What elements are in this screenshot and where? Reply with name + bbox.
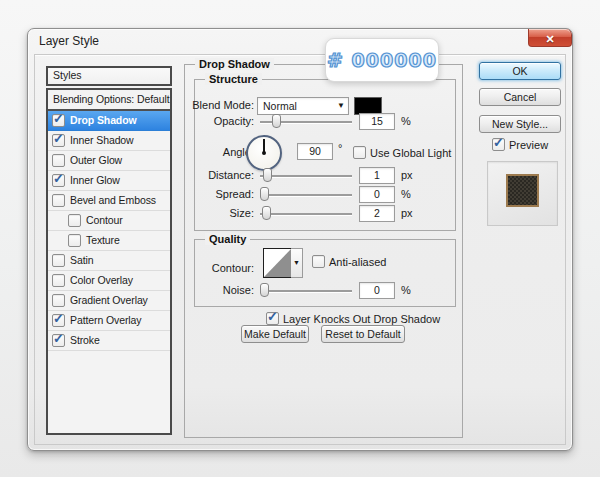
stroke-checkbox[interactable]: ✓	[52, 334, 65, 347]
sidebar-item-label: Satin	[70, 254, 93, 266]
size-slider-thumb[interactable]	[262, 206, 271, 220]
sidebar-item-label: Bevel and Emboss	[70, 194, 156, 206]
distance-unit: px	[401, 169, 413, 181]
sidebar-item-gradient-overlay[interactable]: ✓ Gradient Overlay	[48, 291, 170, 311]
spread-slider-thumb[interactable]	[260, 187, 269, 201]
spread-slider[interactable]	[260, 186, 352, 203]
size-slider[interactable]	[260, 205, 352, 222]
contour-label: Contour:	[174, 262, 254, 274]
sidebar-item-label: Drop Shadow	[70, 114, 137, 126]
structure-group-title: Structure	[205, 73, 262, 85]
chevron-down-icon: ▼	[293, 259, 300, 266]
distance-input[interactable]: 1	[359, 167, 395, 184]
hex-color-tooltip: # 000000	[325, 38, 439, 82]
close-button[interactable]: ✕	[528, 29, 572, 47]
slider-track	[260, 290, 352, 292]
sidebar-item-contour[interactable]: ✓ Contour	[48, 211, 170, 231]
check-icon: ✓	[53, 111, 64, 126]
noise-unit: %	[401, 284, 411, 296]
sidebar-item-bevel-and-emboss[interactable]: ✓ Bevel and Emboss	[48, 191, 170, 211]
noise-input[interactable]: 0	[359, 282, 395, 299]
sidebar-item-inner-glow[interactable]: ✓ Inner Glow	[48, 171, 170, 191]
window-title: Layer Style	[39, 34, 99, 48]
contour-checkbox[interactable]: ✓	[68, 214, 81, 227]
use-global-light-label: Use Global Light	[370, 147, 451, 159]
size-input[interactable]: 2	[359, 205, 395, 222]
angle-label: Angle:	[174, 146, 254, 158]
sidebar-item-label: Inner Glow	[70, 174, 120, 186]
layer-knocks-out-label: Layer Knocks Out Drop Shadow	[283, 313, 440, 325]
check-icon: ✓	[53, 331, 64, 346]
sidebar-item-pattern-overlay[interactable]: ✓ Pattern Overlay	[48, 311, 170, 331]
distance-slider-thumb[interactable]	[263, 168, 272, 182]
outer-glow-checkbox[interactable]: ✓	[52, 154, 65, 167]
noise-label: Noise:	[174, 284, 254, 296]
pattern-overlay-checkbox[interactable]: ✓	[52, 314, 65, 327]
drop-shadow-checkbox[interactable]: ✓	[52, 114, 65, 127]
reset-to-default-button[interactable]: Reset to Default	[321, 325, 405, 343]
bevel-emboss-checkbox[interactable]: ✓	[52, 194, 65, 207]
gradient-overlay-checkbox[interactable]: ✓	[52, 294, 65, 307]
opacity-input[interactable]: 15	[359, 113, 395, 130]
sidebar-item-inner-shadow[interactable]: ✓ Inner Shadow	[48, 131, 170, 151]
anti-aliased-checkbox[interactable]: ✓	[312, 255, 325, 268]
make-default-button[interactable]: Make Default	[241, 325, 309, 343]
sidebar-item-label: Color Overlay	[70, 274, 133, 286]
contour-thumbnail[interactable]	[263, 248, 292, 278]
sidebar-item-stroke[interactable]: ✓ Stroke	[48, 331, 170, 351]
size-label: Size:	[174, 207, 254, 219]
sidebar-item-label: Stroke	[70, 334, 100, 346]
inner-glow-checkbox[interactable]: ✓	[52, 174, 65, 187]
preview-pattern-swatch	[506, 174, 539, 207]
layer-knocks-out-checkbox[interactable]: ✓	[266, 312, 279, 325]
opacity-unit: %	[401, 115, 411, 127]
quality-group-title: Quality	[205, 233, 250, 245]
drop-shadow-group-title: Drop Shadow	[195, 58, 274, 70]
angle-dial[interactable]	[246, 135, 282, 171]
distance-slider[interactable]	[260, 167, 352, 184]
color-overlay-checkbox[interactable]: ✓	[52, 274, 65, 287]
satin-checkbox[interactable]: ✓	[52, 254, 65, 267]
angle-unit: °	[338, 142, 342, 154]
distance-label: Distance:	[174, 169, 254, 181]
cancel-button[interactable]: Cancel	[479, 88, 561, 106]
desktop-background: Layer Style ✕ Styles Blending Options: D…	[0, 0, 600, 477]
noise-slider[interactable]	[260, 282, 352, 299]
ok-button[interactable]: OK	[479, 62, 561, 80]
sidebar-item-label: Outer Glow	[70, 154, 122, 166]
sidebar-item-label: Inner Shadow	[70, 134, 134, 146]
use-global-light-checkbox[interactable]: ✓	[353, 146, 366, 159]
size-unit: px	[401, 207, 413, 219]
slider-track	[260, 175, 352, 177]
sidebar-item-blending-options[interactable]: Blending Options: Default	[48, 90, 170, 111]
opacity-slider[interactable]	[260, 113, 352, 130]
inner-shadow-checkbox[interactable]: ✓	[52, 134, 65, 147]
texture-checkbox[interactable]: ✓	[68, 234, 81, 247]
opacity-slider-thumb[interactable]	[272, 114, 281, 128]
check-icon: ✓	[53, 131, 64, 146]
preview-checkbox[interactable]: ✓	[492, 138, 505, 151]
anti-aliased-label: Anti-aliased	[329, 256, 386, 268]
styles-header-label: Styles	[53, 69, 82, 81]
sidebar-item-label: Contour	[86, 214, 123, 226]
sidebar-item-texture[interactable]: ✓ Texture	[48, 231, 170, 251]
sidebar-item-label: Blending Options: Default	[53, 93, 170, 105]
styles-list: Blending Options: Default ✓ Drop Shadow …	[46, 88, 172, 435]
chevron-down-icon: ▼	[337, 101, 345, 110]
angle-input[interactable]: 90	[297, 143, 333, 160]
slider-track	[260, 213, 352, 215]
sidebar-item-outer-glow[interactable]: ✓ Outer Glow	[48, 151, 170, 171]
sidebar-item-drop-shadow[interactable]: ✓ Drop Shadow	[48, 111, 170, 131]
contour-dropdown-button[interactable]: ▼	[291, 248, 303, 278]
sidebar-item-label: Gradient Overlay	[70, 294, 148, 306]
noise-slider-thumb[interactable]	[260, 283, 269, 297]
layer-style-dialog: Layer Style ✕ Styles Blending Options: D…	[27, 28, 573, 451]
sidebar-item-color-overlay[interactable]: ✓ Color Overlay	[48, 271, 170, 291]
spread-input[interactable]: 0	[359, 186, 395, 203]
preview-thumbnail	[487, 161, 558, 226]
check-icon: ✓	[53, 171, 64, 186]
angle-needle	[263, 139, 265, 152]
sidebar-item-satin[interactable]: ✓ Satin	[48, 251, 170, 271]
new-style-button[interactable]: New Style...	[479, 115, 561, 133]
close-icon: ✕	[545, 33, 554, 45]
